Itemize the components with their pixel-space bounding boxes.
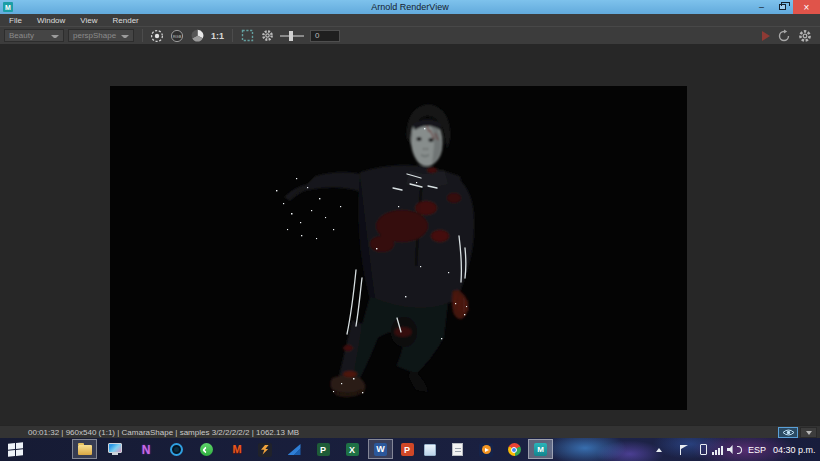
render-image (110, 86, 687, 410)
taskbar-excel-button[interactable]: X (343, 441, 361, 458)
menubar: File Window View Render (0, 14, 820, 26)
menu-render[interactable]: Render (113, 16, 139, 25)
taskbar-notes-button[interactable] (448, 441, 466, 458)
taskbar-word-button[interactable]: W (368, 439, 393, 459)
color-wheel-button[interactable] (189, 28, 205, 43)
phone-icon (700, 444, 707, 455)
taskbar-chrome-button[interactable] (505, 441, 523, 458)
dark-tile (258, 443, 272, 457)
aa-samples-button[interactable] (259, 28, 275, 43)
taskbar-orange-m-app-button[interactable]: M (228, 441, 246, 458)
dropdown-arrow-icon (121, 35, 129, 41)
aa-slider[interactable] (280, 35, 304, 37)
aov-dropdown-value: Beauty (9, 31, 34, 40)
menu-window[interactable]: Window (37, 16, 65, 25)
project-icon: P (317, 443, 330, 456)
taskbar-ramp-app-button[interactable] (285, 441, 303, 458)
eye-icon (782, 428, 795, 437)
taskbar-project-button[interactable]: P (314, 441, 332, 458)
tray-network-button[interactable] (712, 438, 723, 461)
settings-gear-icon[interactable] (798, 29, 812, 43)
rgb-channels-icon: RGB (170, 29, 184, 43)
tray-volume-button[interactable] (727, 438, 742, 461)
lens-icon (170, 443, 183, 456)
toolbar-right-group (762, 29, 816, 43)
tray-clock[interactable]: 04:30 p.m. (773, 438, 816, 461)
taskbar-photos-button[interactable] (421, 441, 439, 458)
window-titlebar[interactable]: M Arnold RenderView – × (0, 0, 820, 14)
phone-handset-icon (202, 445, 210, 453)
render-viewport[interactable] (0, 44, 820, 425)
start-icon (8, 442, 23, 457)
aa-gear-icon (261, 29, 274, 42)
monitor-icon (108, 443, 122, 453)
lightning-icon (261, 445, 269, 455)
render-target-button[interactable] (149, 28, 165, 43)
chrome-icon (508, 443, 521, 456)
word-icon: W (374, 443, 387, 456)
powerpoint-icon: P (401, 443, 414, 456)
purple-n-icon: N (142, 444, 151, 456)
orange-m-icon: M (232, 444, 241, 455)
minimize-button[interactable]: – (751, 0, 772, 14)
region-render-button[interactable] (239, 28, 255, 43)
taskbar-monitor-app-button[interactable] (106, 441, 124, 458)
statusbar-expand-button[interactable] (800, 427, 817, 438)
window-title: Arnold RenderView (0, 0, 820, 14)
menu-view[interactable]: View (80, 16, 97, 25)
restore-button[interactable] (772, 0, 793, 14)
taskbar-lightning-app-button[interactable] (256, 441, 274, 458)
aa-value-field[interactable]: 0 (310, 30, 340, 42)
taskbar-whatsapp-button[interactable] (197, 441, 215, 458)
aov-dropdown[interactable]: Beauty (4, 29, 64, 42)
start-button[interactable] (6, 441, 24, 458)
toolbar: Beauty perspShape RGB (0, 26, 820, 44)
aa-slider-handle[interactable] (289, 31, 293, 41)
close-button[interactable]: × (793, 0, 820, 14)
signal-bars-icon (712, 445, 723, 455)
window-controls: – × (751, 0, 820, 14)
taskbar-lens-app-button[interactable] (167, 441, 185, 458)
photos-icon (424, 444, 436, 456)
clock-text: 04:30 p.m. (773, 445, 816, 455)
folder-icon (78, 445, 92, 455)
taskbar: N M P X W P (0, 438, 820, 461)
tray-show-hidden-button[interactable] (656, 438, 662, 461)
chevron-down-icon (806, 431, 812, 435)
restore-icon (779, 4, 786, 10)
maya-taskbar-icon: M (534, 443, 547, 456)
tray-action-center-button[interactable] (680, 438, 688, 461)
ipr-play-icon[interactable] (762, 31, 770, 41)
rgb-channels-button[interactable]: RGB (169, 28, 185, 43)
taskbar-explorer-button[interactable] (72, 439, 97, 459)
tray-device-button[interactable] (700, 438, 707, 461)
render-status-text: 00:01:32 | 960x540 (1:1) | CamaraShape |… (0, 428, 299, 437)
notes-icon (452, 443, 463, 456)
speaker-icon (727, 445, 736, 454)
render-target-icon (150, 29, 164, 43)
taskbar-media-player-button[interactable] (477, 441, 495, 458)
dropdown-arrow-icon (51, 35, 59, 41)
toolbar-separator (142, 29, 143, 42)
tray-language-button[interactable]: ESP (748, 438, 766, 461)
taskbar-powerpoint-button[interactable]: P (398, 441, 416, 458)
zoom-level-button[interactable]: 1:1 (211, 31, 224, 41)
media-tile (479, 443, 493, 457)
language-indicator: ESP (748, 445, 766, 455)
menu-file[interactable]: File (9, 16, 22, 25)
refresh-icon[interactable] (777, 29, 791, 43)
whatsapp-icon (200, 443, 213, 456)
region-icon (241, 29, 254, 42)
toolbar-separator (232, 29, 233, 42)
excel-icon: X (346, 443, 359, 456)
svg-text:RGB: RGB (173, 33, 182, 38)
speaker-wave-icon (737, 446, 742, 454)
visibility-button[interactable] (778, 427, 798, 438)
camera-dropdown[interactable]: perspShape (68, 29, 134, 42)
statusbar: 00:01:32 | 960x540 (1:1) | CamaraShape |… (0, 425, 820, 438)
camera-dropdown-value: perspShape (73, 31, 116, 40)
taskbar-maya-button[interactable]: M (528, 439, 553, 459)
taskbar-purple-n-app-button[interactable]: N (137, 441, 155, 458)
ramp-icon (288, 444, 301, 455)
media-play-icon (482, 445, 491, 454)
